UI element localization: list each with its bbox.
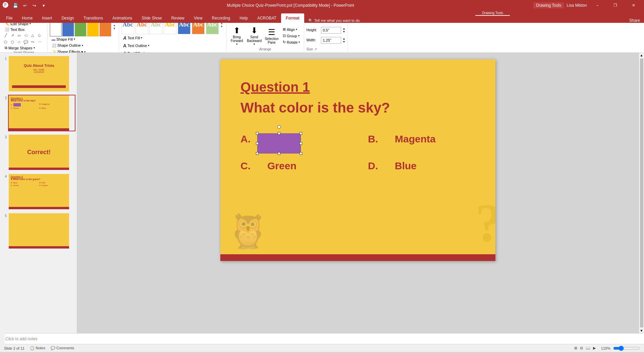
shape-callout[interactable]: 💬 <box>23 39 29 45</box>
scroll-down-arrow[interactable]: ▼ <box>640 329 643 333</box>
tab-format[interactable]: Format <box>281 13 304 23</box>
size-dialog-launcher[interactable]: ↗ <box>314 47 317 51</box>
scroll-up-arrow[interactable]: ▲ <box>640 53 643 57</box>
tab-transitions[interactable]: Transitions <box>79 13 108 23</box>
handle-top-middle[interactable] <box>278 132 280 135</box>
zoom-slider[interactable] <box>613 346 640 351</box>
merge-shapes-row: ⧉ Merge Shapes ▾ <box>3 45 45 51</box>
slide-bottom-bar <box>220 254 495 261</box>
slide-thumbnail-2[interactable]: 2 Question 1 What color is the sky? A. B… <box>1 95 75 131</box>
width-input[interactable] <box>321 37 341 44</box>
height-spinner[interactable]: ▲ ▼ <box>342 27 345 33</box>
text-fill-button[interactable]: A Text Fill ▾ <box>121 35 224 41</box>
text-outline-button[interactable]: A Text Outline ▾ <box>121 42 224 49</box>
handle-bottom-left[interactable] <box>256 152 259 155</box>
slide-thumbnail-4[interactable]: 4 Question 2 A What color is the grass? … <box>1 173 75 210</box>
shape-styles-scroll[interactable]: ▲ ▼ <box>112 23 117 31</box>
rotate-button[interactable]: ↻ Rotate ▾ <box>281 39 302 45</box>
shapes-row3: ╱ ↗ ▭ ⬭ △ ◇ ⬠ ⬡ ☆ 💬 〜 ⋯ <box>3 32 45 45</box>
slide-canvas[interactable]: ? 🦉 Question 1 What color is the sky? A. <box>220 59 495 261</box>
notes-button[interactable]: 📋 Notes <box>30 346 45 350</box>
view-slideshow[interactable]: ▶ <box>593 346 596 350</box>
title-right: Drawing Tools Lisa Mildon − ❐ ✕ <box>533 0 641 11</box>
shape-hexagon[interactable]: ⬡ <box>9 39 15 45</box>
shape-star[interactable]: ☆ <box>16 39 22 45</box>
slide-thumbnail-3[interactable]: 3 Correct! <box>1 134 75 171</box>
tab-recording[interactable]: Recording <box>207 13 235 23</box>
tab-help[interactable]: Help <box>235 13 253 23</box>
customize-qat-button[interactable]: ▾ <box>40 1 48 9</box>
view-normal[interactable]: ⊞ <box>574 346 577 350</box>
handle-middle-left[interactable] <box>256 142 259 145</box>
shape-arrow[interactable]: ↗ <box>9 32 15 38</box>
tab-design[interactable]: Design <box>57 13 78 23</box>
shape-more[interactable]: ⋯ <box>36 39 42 45</box>
shape-freeform[interactable]: 〜 <box>30 39 36 45</box>
purple-box[interactable] <box>257 133 301 153</box>
share-button[interactable]: Share <box>629 18 640 23</box>
shape-triangle[interactable]: △ <box>30 32 36 38</box>
slide-img-1[interactable]: Quiz About Trivia Mrs. Smith1/31/2019 <box>8 55 75 92</box>
shape-oval[interactable]: ⬭ <box>23 32 29 38</box>
slide-img-5[interactable] <box>8 213 75 249</box>
height-row: Height: ▲ ▼ <box>306 27 345 34</box>
slide-img-2[interactable]: Question 1 What color is the sky? A. B. … <box>8 95 75 131</box>
size-group: Height: ▲ ▼ Width: ▲ ▼ Size <box>304 24 347 52</box>
tab-home[interactable]: Home <box>17 13 37 23</box>
handle-top-right[interactable] <box>300 132 302 135</box>
shape-outline-button[interactable]: ⬜ Shape Outline ▾ <box>50 43 117 48</box>
handle-middle-right[interactable] <box>300 142 302 145</box>
slide-img-4[interactable]: Question 2 A What color is the grass? A.… <box>8 173 75 210</box>
redo-button[interactable]: ↪ <box>30 1 38 9</box>
minimize-button[interactable]: − <box>590 0 605 11</box>
shape-line[interactable]: ╱ <box>3 32 9 38</box>
shape-pentagon[interactable]: ⬠ <box>3 39 9 45</box>
slide-thumbnail-1[interactable]: 1 Quiz About Trivia Mrs. Smith1/31/2019 <box>1 55 75 92</box>
text-box-button[interactable]: ⬜ Text Box <box>3 27 26 32</box>
group-button[interactable]: ⊡ Group ▾ <box>281 33 302 39</box>
handle-rotate[interactable] <box>277 125 281 129</box>
view-slide-sorter[interactable]: ⊟ <box>580 346 583 350</box>
vertical-scrollbar[interactable]: ▲ ▼ <box>639 53 644 333</box>
merge-shapes-button[interactable]: ⧉ Merge Shapes ▾ <box>3 45 37 51</box>
comments-button[interactable]: 💬 Comments <box>51 346 74 350</box>
send-backward-button[interactable]: ⬇ Send Backward ▾ <box>246 25 263 47</box>
tab-view[interactable]: View <box>189 13 207 23</box>
slide-img-3[interactable]: Correct! <box>8 134 75 171</box>
bring-forward-button[interactable]: ⬆ Bring Forward ▾ <box>228 25 245 47</box>
handle-top-left[interactable] <box>256 132 259 135</box>
status-bar: Slide 2 of 11 📋 Notes 💬 Comments ⊞ ⊟ 📖 ▶… <box>0 344 644 352</box>
notes-bar[interactable]: Click to add notes <box>0 333 644 344</box>
align-button[interactable]: ⊞ Align ▾ <box>281 27 302 32</box>
tab-file[interactable]: File <box>1 13 17 23</box>
view-reading[interactable]: 📖 <box>586 346 590 350</box>
close-button[interactable]: ✕ <box>626 0 641 11</box>
merge-shapes-dropdown[interactable]: ▾ <box>34 46 35 49</box>
scroll-thumb[interactable] <box>640 58 643 327</box>
tab-insert[interactable]: Insert <box>37 13 57 23</box>
arrange-mini-group: ⊞ Align ▾ ⊡ Group ▾ ↻ Rotate ▾ <box>281 27 302 45</box>
selection-pane-button[interactable]: ☰ Selection Pane <box>263 25 280 47</box>
slide-thumbnail-5[interactable]: 5 <box>1 213 75 249</box>
shape-diamond[interactable]: ◇ <box>36 32 42 38</box>
restore-button[interactable]: ❐ <box>608 0 623 11</box>
slide-info: Slide 2 of 11 <box>4 346 24 350</box>
shapes-row2: ⬜ Text Box <box>3 27 45 32</box>
shape-rect[interactable]: ▭ <box>16 32 22 38</box>
undo-button[interactable]: ↩ <box>21 1 29 9</box>
shape-styles-group: ▲ ▼ ▬ Shape Fill ▾ ⬜ Shape Outline ▾ ✨ S… <box>48 24 119 52</box>
handle-bottom-right[interactable] <box>300 152 302 155</box>
save-button[interactable]: 💾 <box>11 1 19 9</box>
height-input[interactable] <box>321 27 341 34</box>
shape-fill-button[interactable]: ▬ Shape Fill ▾ <box>50 37 117 42</box>
tab-review[interactable]: Review <box>166 13 189 23</box>
tab-animations[interactable]: Animations <box>108 13 137 23</box>
tab-slideshow[interactable]: Slide Show <box>137 13 166 23</box>
handle-bottom-middle[interactable] <box>278 152 280 155</box>
tell-me-input[interactable]: Tell me what you want to do <box>314 18 360 23</box>
answer-b-text: Magenta <box>395 133 436 144</box>
width-spinner[interactable]: ▲ ▼ <box>342 37 345 43</box>
answer-d-text: Blue <box>395 160 417 171</box>
notes-placeholder[interactable]: Click to add notes <box>5 337 37 341</box>
tab-acrobat[interactable]: ACROBAT <box>253 13 281 23</box>
